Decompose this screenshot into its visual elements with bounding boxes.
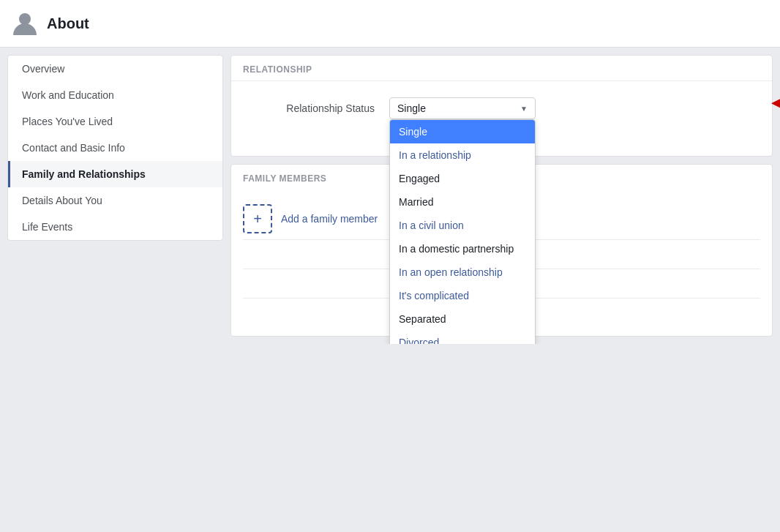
svg-marker-1 (771, 85, 780, 121)
dropdown-option-in-relationship[interactable]: In a relationship (390, 143, 535, 167)
sidebar-item-overview[interactable]: Overview (8, 56, 222, 82)
sidebar-item-work-education[interactable]: Work and Education (8, 82, 222, 108)
dropdown-caret-icon: ▼ (520, 105, 528, 113)
about-header: About (0, 0, 780, 48)
dropdown-option-married[interactable]: Married (390, 190, 535, 214)
sidebar-item-family-relationships[interactable]: Family and Relationships (8, 161, 222, 187)
relationship-section-body: Relationship Status Single ▼ Single (231, 81, 772, 156)
dropdown-option-civil-union[interactable]: In a civil union (390, 214, 535, 237)
relationship-status-dropdown[interactable]: Single ▼ (389, 97, 536, 119)
dropdown-option-complicated[interactable]: It's complicated (390, 284, 535, 307)
person-icon (12, 10, 38, 37)
add-family-button[interactable]: + (243, 204, 272, 233)
dropdown-option-domestic-partnership[interactable]: In a domestic partnership (390, 237, 535, 261)
sidebar-item-life-events[interactable]: Life Events (8, 214, 222, 240)
dropdown-option-divorced[interactable]: Divorced (390, 331, 535, 344)
svg-point-0 (19, 13, 31, 25)
sidebar: Overview Work and Education Places You'v… (7, 55, 223, 241)
dropdown-container: Single ▼ Single In a relationship (389, 97, 536, 119)
dropdown-selected-value: Single (397, 102, 426, 114)
page-title: About (47, 15, 89, 32)
add-family-plus-icon: + (253, 211, 262, 228)
dropdown-option-separated[interactable]: Separated (390, 307, 535, 331)
sidebar-item-details-about[interactable]: Details About You (8, 187, 222, 214)
content-area: RELATIONSHIP Relationship Status Single … (230, 55, 773, 337)
relationship-row: Relationship Status Single ▼ Single (243, 90, 760, 127)
sidebar-item-places-lived[interactable]: Places You've Lived (8, 108, 222, 135)
dropdown-option-engaged[interactable]: Engaged (390, 167, 535, 190)
main-layout: Overview Work and Education Places You'v… (0, 48, 780, 344)
dropdown-menu: Single In a relationship Engaged Married (389, 119, 536, 344)
dropdown-option-open-relationship[interactable]: In an open relationship (390, 261, 535, 284)
relationship-section: RELATIONSHIP Relationship Status Single … (230, 55, 773, 157)
red-arrow-svg (771, 85, 780, 121)
add-family-label[interactable]: Add a family member (281, 213, 378, 225)
relationship-label: Relationship Status (243, 102, 389, 114)
sidebar-item-contact-basic[interactable]: Contact and Basic Info (8, 135, 222, 161)
dropdown-option-single[interactable]: Single (390, 120, 535, 143)
relationship-section-header: RELATIONSHIP (231, 56, 772, 81)
red-arrow (771, 85, 780, 124)
page-container: About Overview Work and Education Places… (0, 0, 780, 344)
